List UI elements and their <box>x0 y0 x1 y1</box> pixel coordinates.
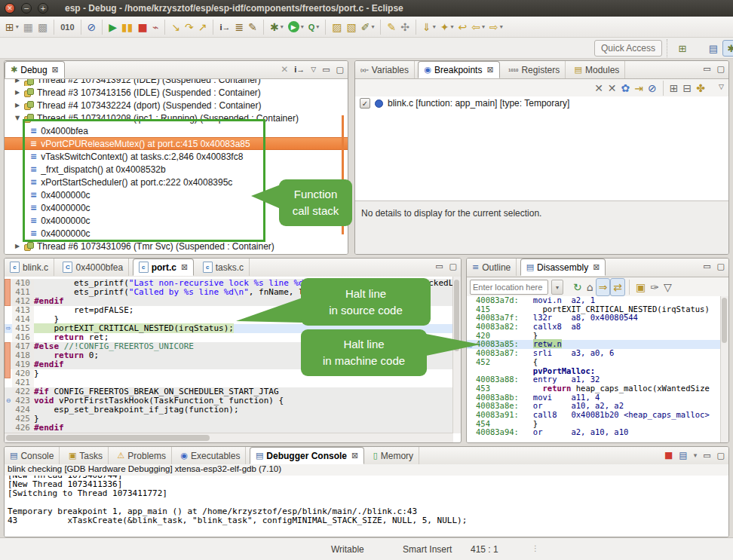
follow-pc-button[interactable]: ⇒ <box>596 278 611 296</box>
tab-0x4000bfea[interactable]: C 0x4000bfea <box>57 259 129 276</box>
console-dropdown-icon[interactable]: ▾ <box>694 451 698 459</box>
editor-line[interactable]: 426#endif <box>5 424 453 433</box>
maximize-view-button[interactable]: ▢ <box>717 262 725 271</box>
dropdown-caret-icon[interactable]: ▾ <box>450 23 453 30</box>
back-button[interactable]: ⇦▾ <box>469 19 487 35</box>
suspend-button[interactable]: ▮▮ <box>119 19 135 35</box>
skip-all-breakpoints-button[interactable]: ⊘ <box>646 80 659 96</box>
tab-port-c[interactable]: c port.c ⊠ <box>133 259 195 276</box>
view-menu-icon[interactable]: ▽ <box>311 66 316 73</box>
tree-expander-icon[interactable]: ▼ <box>15 115 24 121</box>
maximize-view-button[interactable]: ▢ <box>717 64 725 74</box>
tab-debugger-console[interactable]: ▤ Debugger Console ⊠ <box>250 447 364 464</box>
display-selected-console-button[interactable]: ▤ <box>679 450 687 461</box>
maximize-view-button[interactable]: ▢ <box>336 65 344 75</box>
profile-launch-button[interactable]: Q▾ <box>306 19 322 35</box>
open-perspective-button[interactable]: ⊞ <box>673 40 692 57</box>
maximize-view-button[interactable]: ▢ <box>449 262 457 271</box>
dropdown-caret-icon[interactable]: ▾ <box>281 23 284 30</box>
close-tab-icon[interactable]: ⊠ <box>593 262 600 272</box>
step-over-button[interactable]: ↷ <box>182 19 196 35</box>
go-to-file-for-breakpoint-button[interactable]: ⇥ <box>632 80 646 96</box>
tree-expander-icon[interactable]: ▶ <box>15 89 24 96</box>
window-maximize-button[interactable]: + <box>38 3 48 14</box>
window-minimize-button[interactable]: − <box>21 3 32 14</box>
binary-button[interactable]: 010 <box>58 19 76 35</box>
minimize-view-button[interactable]: ▭ <box>703 64 710 74</box>
step-return-button[interactable]: ↗ <box>196 19 210 35</box>
collapse-all-button[interactable]: ⊟ <box>681 80 695 96</box>
tree-expander-icon[interactable]: ▶ <box>15 102 24 109</box>
tab-executables[interactable]: ◉ Executables <box>175 447 246 464</box>
tab-outline[interactable]: ≡ Outline <box>467 259 517 276</box>
home-button[interactable]: ⌂ <box>584 279 596 295</box>
open-task-button[interactable]: ▨ <box>330 19 344 35</box>
tab-modules[interactable]: ▤ Modules <box>569 61 626 78</box>
minimize-view-button[interactable]: ▭ <box>703 262 710 271</box>
last-edit-location-button[interactable]: ↩ <box>455 19 469 35</box>
breakpoint-row[interactable]: ✓ blink.c [function: app_main] [type: Te… <box>355 96 728 110</box>
minimize-view-button[interactable]: ▭ <box>322 65 330 75</box>
save-button[interactable]: ▦ <box>21 19 35 35</box>
debug-perspective-button[interactable]: ✱ <box>722 40 733 57</box>
location-dropdown-icon[interactable]: ▾ <box>551 280 563 295</box>
expand-all-button[interactable]: ⊞ <box>667 80 681 96</box>
dropdown-caret-icon[interactable]: ▾ <box>316 23 319 30</box>
dropdown-caret-icon[interactable]: ▾ <box>433 23 436 30</box>
show-breakpoints-supported-button[interactable]: ✿ <box>619 80 633 96</box>
save-all-button[interactable]: ▩ <box>35 19 50 35</box>
editor-horizontal-scrollbar[interactable] <box>5 433 453 442</box>
tab-problems[interactable]: ⚠ Problems <box>112 447 172 464</box>
debug-thread-row[interactable]: ▶Thread #3 1073413156 (IDLE) (Suspended … <box>5 86 348 99</box>
window-close-button[interactable]: ✕ <box>5 3 15 14</box>
debug-frame-row[interactable]: ≡vTaskSwitchContext() at tasks.c:2,846 0… <box>5 150 348 163</box>
remove-all-terminated-button[interactable]: ✕ <box>281 64 288 75</box>
show-full-paths-button[interactable]: ≣ <box>232 19 246 35</box>
instruction-stepping-button[interactable]: i→ <box>217 19 232 35</box>
terminate-button[interactable]: ■ <box>136 19 150 35</box>
tab-blink-c[interactable]: c blink.c <box>5 259 54 276</box>
fetch-updates-button[interactable]: ⇓▾ <box>420 19 438 35</box>
tab-variables[interactable]: (x)= Variables <box>355 61 415 78</box>
tree-expander-icon[interactable]: ▶ <box>15 79 24 84</box>
tab-console[interactable]: ▤ Console <box>5 447 60 464</box>
external-tools-button[interactable]: ✣ <box>398 19 412 35</box>
debug-frame-row[interactable]: ≡vPortCPUReleaseMutex() at port.c:415 0x… <box>5 137 348 150</box>
terminate-button[interactable]: ■ <box>664 450 673 461</box>
dropdown-caret-icon[interactable]: ▾ <box>500 23 503 30</box>
minimize-view-button[interactable]: ▭ <box>435 262 443 271</box>
use-step-filters-button[interactable]: ✎ <box>246 19 259 35</box>
dropdown-caret-icon[interactable]: ▾ <box>301 23 304 30</box>
close-tab-icon[interactable]: ⊠ <box>351 451 358 461</box>
forward-button[interactable]: ⇨▾ <box>487 19 505 35</box>
search-button[interactable]: ✐▾ <box>359 19 377 35</box>
breakpoint-checkbox[interactable]: ✓ <box>360 98 370 109</box>
remove-all-breakpoints-button[interactable]: ✕ <box>606 80 619 96</box>
refresh-button[interactable]: ↻ <box>571 279 584 295</box>
minimize-view-button[interactable]: ▭ <box>703 451 710 461</box>
dropdown-caret-icon[interactable]: ▾ <box>16 23 19 30</box>
editor-line[interactable]: 424 esp_set_breakpoint_if_jtag(function)… <box>5 405 453 415</box>
editor-vertical-scrollbar[interactable] <box>452 277 461 433</box>
resume-button[interactable]: ▶ <box>106 19 119 35</box>
sync-selection-button[interactable]: ⇄ <box>610 278 625 296</box>
tab-tasks[interactable]: ▣ Tasks <box>63 447 109 464</box>
cpp-perspective-button[interactable]: ▤ <box>704 40 722 57</box>
tab-memory[interactable]: ▯ Memory <box>368 447 419 464</box>
toggle-mark-occurrences-button[interactable]: ✎ <box>385 19 398 35</box>
debug-frame-row[interactable]: ≡0x4000bfea <box>5 124 348 137</box>
new-disassembly-view-button[interactable]: ▣ <box>633 279 648 295</box>
maximize-view-button[interactable]: ▢ <box>717 451 725 461</box>
debug-frame-row[interactable]: ≡0x4000000c <box>5 227 348 240</box>
new-button[interactable]: ⊞▾ <box>3 19 21 35</box>
dropdown-caret-icon[interactable]: ▾ <box>482 23 485 30</box>
debug-launch-button[interactable]: ✱▾ <box>268 19 286 35</box>
tab-disassembly[interactable]: ▤ Disassembly ⊠ <box>520 259 606 276</box>
instruction-stepping-mode-button[interactable]: i→ <box>294 65 305 74</box>
view-menu-button[interactable]: ▽ <box>661 279 674 295</box>
location-input[interactable] <box>470 280 548 295</box>
debug-thread-row[interactable]: ▼Thread #5 1073410208 (ipc1 : Running) (… <box>5 112 348 124</box>
tab-breakpoints[interactable]: ◉ Breakpoints ⊠ <box>418 61 499 78</box>
debug-thread-row[interactable]: ▶Thread #6 1073431096 (Tmr Svc) (Suspend… <box>5 240 348 252</box>
view-menu-icon[interactable]: ▽ <box>719 83 724 90</box>
